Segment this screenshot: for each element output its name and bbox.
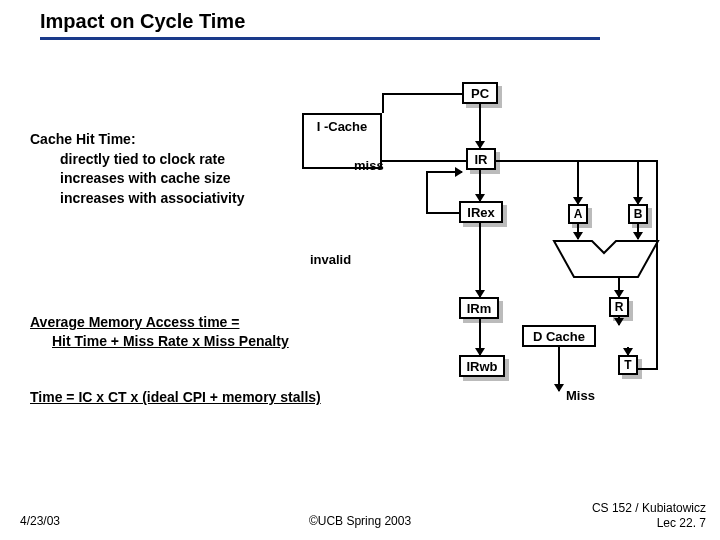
dcache-box: D Cache: [522, 325, 596, 347]
line: [577, 224, 579, 239]
time-formula: Time = IC x CT x (ideal CPI + memory sta…: [30, 389, 321, 405]
r-box: R: [609, 297, 629, 317]
alu-shape: [546, 237, 666, 283]
amat-line1: Average Memory Access time =: [30, 314, 239, 330]
b-box: B: [628, 204, 648, 224]
line: [479, 170, 481, 201]
line: [382, 160, 466, 162]
line: [426, 171, 462, 173]
a-box: A: [568, 204, 588, 224]
page-title: Impact on Cycle Time: [40, 10, 600, 40]
line: [382, 93, 384, 113]
hit-l2: increases with cache size: [60, 169, 244, 189]
ir-box: IR: [466, 148, 496, 170]
footer-course: CS 152 / Kubiatowicz Lec 22. 7: [592, 501, 706, 530]
hit-l1: directly tied to clock rate: [60, 150, 244, 170]
line: [638, 368, 658, 370]
irm-box: IRm: [459, 297, 499, 319]
line: [618, 317, 620, 325]
hit-head: Cache Hit Time:: [30, 131, 136, 147]
line: [558, 347, 560, 391]
line: [426, 171, 428, 214]
line: [618, 278, 620, 297]
line: [479, 223, 481, 297]
line: [496, 160, 656, 162]
line: [656, 160, 658, 370]
irwb-box: IRwb: [459, 355, 505, 377]
line: [382, 93, 462, 95]
line: [637, 224, 639, 239]
line: [627, 347, 629, 355]
cache-hit-text: Cache Hit Time: directly tied to clock r…: [30, 130, 244, 208]
amat-line2: Hit Time + Miss Rate x Miss Penalty: [52, 333, 289, 349]
miss2-label: Miss: [566, 388, 595, 403]
line: [479, 104, 481, 148]
line: [426, 212, 459, 214]
pc-box: PC: [462, 82, 498, 104]
line: [637, 160, 639, 204]
line: [479, 319, 481, 355]
irex-box: IRex: [459, 201, 503, 223]
hit-l3: increases with associativity: [60, 189, 244, 209]
miss-label: miss: [354, 158, 384, 173]
line: [577, 160, 579, 204]
svg-marker-0: [554, 241, 658, 277]
invalid-label: invalid: [310, 252, 351, 267]
t-box: T: [618, 355, 638, 375]
